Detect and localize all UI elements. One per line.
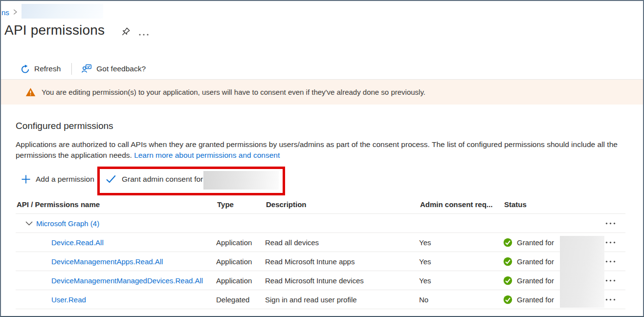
granted-check-icon — [503, 295, 512, 304]
plus-icon — [21, 174, 31, 184]
group-link-microsoft-graph[interactable]: Microsoft Graph (4) — [36, 219, 99, 228]
table-group-row: Microsoft Graph (4) — [16, 214, 625, 233]
grant-admin-consent-label: Grant admin consent for — [122, 175, 203, 184]
permission-description: Sign in and read user profile — [265, 296, 419, 304]
grant-admin-consent-button[interactable]: Grant admin consent for — [106, 174, 203, 184]
page-title: API permissions — [4, 22, 105, 38]
row-context-menu-icon[interactable] — [602, 296, 619, 304]
add-permission-button[interactable]: Add a permission — [21, 174, 94, 184]
status-badge: Granted for — [517, 238, 554, 247]
col-header-status: Status — [503, 200, 595, 209]
admin-consent-required: Yes — [419, 257, 503, 266]
breadcrumb: ns — [1, 6, 103, 19]
more-options-icon[interactable] — [138, 30, 149, 38]
permission-type: Application — [216, 257, 265, 266]
row-context-menu-icon[interactable] — [602, 238, 619, 247]
granted-check-icon — [503, 257, 512, 266]
breadcrumb-link[interactable]: ns — [1, 8, 9, 17]
redacted-tenant-blur — [203, 171, 279, 190]
permission-link[interactable]: DeviceManagementManagedDevices.Read.All — [51, 276, 203, 285]
admin-consent-required: No — [419, 296, 503, 304]
status-badge: Granted for — [517, 276, 554, 285]
row-context-menu-icon[interactable] — [602, 276, 619, 285]
feedback-icon — [82, 64, 92, 74]
section-heading: Configured permissions — [16, 121, 113, 131]
refresh-label: Refresh — [34, 64, 61, 73]
api-permissions-page: ns API permissions Refresh — [0, 0, 644, 317]
refresh-button[interactable]: Refresh — [21, 64, 61, 74]
feedback-button[interactable]: Got feedback? — [82, 64, 146, 74]
table-header-row: API / Permissions name Type Description … — [16, 195, 625, 214]
add-permission-label: Add a permission — [36, 175, 94, 184]
permission-description: Read Microsoft Intune apps — [265, 257, 419, 266]
col-header-name: API / Permissions name — [16, 200, 216, 209]
table-row: DeviceManagementManagedDevices.Read.All … — [16, 271, 625, 290]
granted-check-icon — [503, 276, 512, 285]
row-context-menu-icon[interactable] — [602, 219, 619, 228]
permissions-table: API / Permissions name Type Description … — [16, 195, 625, 309]
status-badge: Granted for — [517, 296, 554, 304]
pin-icon[interactable] — [120, 26, 131, 39]
table-row: DeviceManagementApps.Read.All Applicatio… — [16, 252, 625, 271]
row-context-menu-icon[interactable] — [602, 257, 619, 266]
warning-text: You are editing permission(s) to your ap… — [42, 88, 425, 96]
table-row: User.Read Delegated Sign in and read use… — [16, 290, 625, 309]
col-header-type: Type — [216, 200, 265, 209]
warning-banner: You are editing permission(s) to your ap… — [1, 80, 644, 105]
permission-description: Read all devices — [265, 238, 419, 247]
section-description: Applications are authorized to call APIs… — [16, 139, 624, 161]
chevron-right-icon — [12, 8, 19, 18]
refresh-icon — [21, 64, 30, 74]
admin-consent-required: Yes — [419, 238, 503, 247]
permission-link[interactable]: DeviceManagementApps.Read.All — [51, 257, 163, 266]
check-icon — [106, 174, 116, 184]
permission-type: Delegated — [216, 296, 265, 304]
warning-icon — [25, 87, 36, 97]
col-header-admin-consent: Admin consent req... — [419, 200, 503, 209]
admin-consent-required: Yes — [419, 276, 503, 285]
status-badge: Granted for — [517, 257, 554, 266]
redacted-tenant-column-blur — [560, 236, 604, 308]
table-row: Device.Read.All Application Read all dev… — [16, 233, 625, 252]
permission-link[interactable]: Device.Read.All — [51, 238, 104, 247]
granted-check-icon — [503, 238, 512, 247]
redacted-breadcrumb-blur — [22, 4, 103, 19]
permission-type: Application — [216, 238, 265, 247]
permission-type: Application — [216, 276, 265, 285]
permission-description: Read Microsoft Intune devices — [265, 276, 419, 285]
col-header-description: Description — [265, 200, 419, 209]
chevron-down-icon[interactable] — [25, 219, 33, 227]
feedback-label: Got feedback? — [96, 64, 146, 73]
learn-more-link[interactable]: Learn more about permissions and consent — [134, 151, 280, 159]
toolbar-divider — [71, 63, 72, 75]
permission-link[interactable]: User.Read — [51, 296, 86, 304]
command-bar: Refresh Got feedback? — [21, 60, 146, 78]
description-text: Applications are authorized to call APIs… — [16, 140, 618, 159]
